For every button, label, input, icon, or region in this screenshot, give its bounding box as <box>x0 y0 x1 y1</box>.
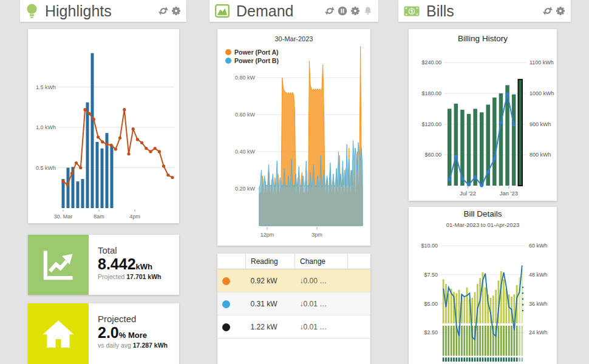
svg-text:$10.00: $10.00 <box>421 243 438 249</box>
panel-title-demand: Demand <box>236 2 325 20</box>
svg-text:Jan '23: Jan '23 <box>500 190 518 197</box>
refresh-icon[interactable] <box>543 6 553 16</box>
svg-text:3pm: 3pm <box>312 232 322 238</box>
demand-readings-table: Reading Change 0.92 kW ↓0.00 … 0.31 kW <box>217 254 370 339</box>
svg-text:Jul '22: Jul '22 <box>460 190 476 197</box>
lightbulb-icon <box>26 3 38 19</box>
panel-highlights: Highlights <box>20 0 186 364</box>
svg-text:$2.50: $2.50 <box>424 329 438 335</box>
table-header-reading[interactable]: Reading <box>246 254 295 269</box>
highlights-usage-chart: 0.5 kWh1.0 kWh1.5 kWh30. Mar8am4pm <box>28 29 179 223</box>
svg-text:0.5 kWh: 0.5 kWh <box>36 165 56 171</box>
svg-text:0.40 kW: 0.40 kW <box>235 149 256 155</box>
svg-text:30-Mar-2023: 30-Mar-2023 <box>275 35 313 42</box>
billing-history-chart: Billing History$60.00800 kWh$120.00900 k… <box>409 29 557 201</box>
change-value: ↓0.01 … <box>295 315 348 339</box>
change-value: ↓0.00 … <box>295 269 348 292</box>
svg-text:1.5 kWh: 1.5 kWh <box>36 84 56 90</box>
refresh-icon[interactable] <box>325 6 335 16</box>
svg-text:4pm: 4pm <box>129 214 140 220</box>
bell-icon[interactable] <box>363 6 373 16</box>
reading-value: 1.22 kW <box>246 315 295 339</box>
bill-details-card: Bill Details01-Mar-2023 to 01-Apr-2023$2… <box>409 207 557 364</box>
svg-text:24 kWh: 24 kWh <box>529 329 548 335</box>
svg-text:48 kWh: 48 kWh <box>529 272 548 278</box>
svg-text:Power (Port A): Power (Port A) <box>234 49 279 56</box>
svg-text:1100 kWh: 1100 kWh <box>529 59 554 66</box>
svg-text:36 kWh: 36 kWh <box>529 301 548 307</box>
dashboard: Highlights <box>0 0 589 364</box>
projected-label: Projected <box>98 314 168 324</box>
demand-header: Demand <box>209 0 378 22</box>
gear-icon[interactable] <box>556 6 565 16</box>
projected-sub-value: 17.287 kWh <box>133 342 168 349</box>
banknote-icon <box>404 6 420 16</box>
demand-table-card: Reading Change 0.92 kW ↓0.00 … 0.31 kW <box>217 254 370 364</box>
panel-title-bills: Bills <box>426 2 543 20</box>
series-dot-orange <box>222 277 230 285</box>
demand-power-chart: 30-Mar-2023Power (Port A)Power (Port B)0… <box>217 29 370 246</box>
refresh-icon[interactable] <box>158 6 168 16</box>
svg-text:Billing History: Billing History <box>458 34 508 43</box>
demand-chart-card: 30-Mar-2023Power (Port A)Power (Port B)0… <box>217 29 370 246</box>
bill-details-chart: Bill Details01-Mar-2023 to 01-Apr-2023$2… <box>409 207 557 364</box>
reading-value: 0.92 kW <box>246 269 295 292</box>
svg-text:1000 kWh: 1000 kWh <box>529 90 554 96</box>
table-row-port-a[interactable]: 0.92 kW ↓0.00 … <box>217 269 370 292</box>
panel-demand: Demand <box>209 0 378 364</box>
svg-text:1.0 kWh: 1.0 kWh <box>36 124 56 130</box>
gear-icon[interactable] <box>350 6 360 16</box>
svg-text:900 kWh: 900 kWh <box>529 121 551 127</box>
svg-text:12pm: 12pm <box>260 232 274 238</box>
svg-text:$5.00: $5.00 <box>424 301 438 307</box>
gear-icon[interactable] <box>171 6 181 16</box>
total-sub-prefix: Projected <box>98 273 124 280</box>
table-row-port-b[interactable]: 0.31 kW ↓0.01 … <box>217 292 370 315</box>
projected-sub-prefix: vs daily avg <box>98 342 131 349</box>
svg-text:$180.00: $180.00 <box>421 90 441 96</box>
table-row-total[interactable]: 1.22 kW ↓0.01 … <box>217 315 370 339</box>
svg-text:800 kWh: 800 kWh <box>529 152 551 158</box>
total-tile[interactable]: Total 8.442kWh Projected 17.701 kWh <box>28 235 179 295</box>
highlights-chart-card: 0.5 kWh1.0 kWh1.5 kWh30. Mar8am4pm <box>28 29 179 223</box>
svg-text:Bill Details: Bill Details <box>463 209 502 218</box>
panel-bills: Bills <box>398 0 571 364</box>
svg-text:0.20 kW: 0.20 kW <box>235 186 256 192</box>
svg-text:$120.00: $120.00 <box>421 121 441 127</box>
svg-text:$7.50: $7.50 <box>424 272 438 278</box>
series-dot-black <box>222 323 230 331</box>
total-unit: kWh <box>136 262 152 271</box>
svg-text:Power (Port B): Power (Port B) <box>234 57 279 64</box>
total-label: Total <box>98 245 161 255</box>
svg-text:0.60 kW: 0.60 kW <box>235 112 256 118</box>
svg-text:0.80 kW: 0.80 kW <box>235 75 256 81</box>
highlights-header: Highlights <box>20 0 186 22</box>
svg-text:$240.00: $240.00 <box>421 59 441 66</box>
projected-value: 2.0 <box>98 324 119 341</box>
total-value: 8.442 <box>98 255 136 272</box>
projected-unit: % More <box>119 331 147 340</box>
total-sub-value: 17.701 kWh <box>126 273 161 280</box>
bills-header: Bills <box>398 0 571 22</box>
series-dot-blue <box>222 300 230 308</box>
billing-history-card: Billing History$60.00800 kWh$120.00900 k… <box>409 29 557 201</box>
reading-value: 0.31 kW <box>246 292 295 315</box>
table-header-filler <box>348 254 371 269</box>
svg-text:01-Mar-2023 to 01-Apr-2023: 01-Mar-2023 to 01-Apr-2023 <box>446 221 519 228</box>
svg-text:8am: 8am <box>94 214 104 220</box>
change-value: ↓0.01 … <box>295 292 348 315</box>
table-header-row: Reading Change <box>217 254 370 269</box>
home-icon <box>28 303 89 364</box>
table-header-blank <box>217 254 246 269</box>
svg-text:30. Mar: 30. Mar <box>54 214 73 220</box>
trend-chart-icon <box>28 235 89 295</box>
panel-title-highlights: Highlights <box>45 2 158 20</box>
projected-tile[interactable]: Projected 2.0% More vs daily avg 17.287 … <box>28 303 179 364</box>
svg-text:$60.00: $60.00 <box>424 152 441 158</box>
pause-icon[interactable] <box>338 6 347 16</box>
area-chart-icon <box>215 4 230 18</box>
table-header-change[interactable]: Change <box>295 254 348 269</box>
svg-text:60 kWh: 60 kWh <box>529 243 548 249</box>
